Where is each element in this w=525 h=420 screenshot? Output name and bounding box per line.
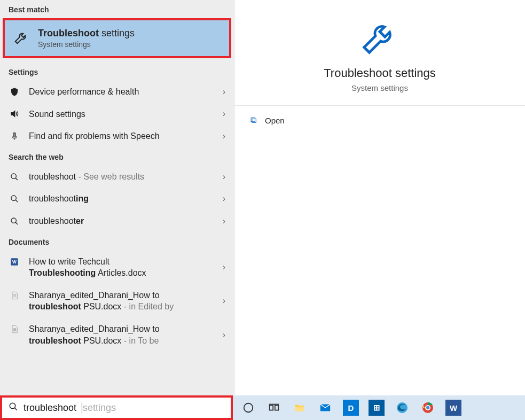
wrench-icon (13, 29, 29, 48)
web-result-0[interactable]: troubleshoot - See web results › (0, 166, 234, 188)
web-result-label: troubleshoot - See web results (29, 171, 144, 183)
word-doc-icon: W (9, 257, 20, 267)
search-ghost-text: settings (82, 402, 116, 414)
section-web: Search the web (0, 147, 234, 166)
document-result-2[interactable]: Sharanya_edited_Dharani_How to troublesh… (0, 318, 234, 352)
svg-point-6 (10, 403, 15, 409)
edge-icon[interactable] (394, 400, 410, 416)
speaker-icon (9, 109, 20, 119)
open-label: Open (265, 116, 285, 125)
taskbar: D ⊞ W (233, 395, 525, 420)
chevron-right-icon: › (223, 330, 225, 340)
svg-rect-0 (13, 133, 16, 137)
web-result-label: troubleshooter (29, 215, 84, 227)
settings-item-sound[interactable]: Sound settings › (0, 103, 234, 126)
cortana-icon[interactable] (240, 400, 256, 416)
document-label: Sharanya_edited_Dharani_How to troublesh… (29, 323, 160, 346)
store-icon[interactable]: ⊞ (369, 400, 385, 416)
document-result-0[interactable]: W How to write Techcult Troubleshooting … (0, 251, 234, 284)
chevron-right-icon: › (223, 109, 225, 119)
svg-rect-10 (295, 407, 304, 411)
open-action[interactable]: ⧉ Open (234, 106, 525, 135)
preview-pane: Troubleshoot settings System settings ⧉ … (234, 0, 525, 395)
section-documents: Documents (0, 232, 234, 251)
file-icon (9, 324, 20, 334)
chevron-right-icon: › (223, 194, 225, 204)
dell-app-icon[interactable]: D (343, 400, 359, 416)
web-result-1[interactable]: troubleshooting › (0, 188, 234, 210)
document-label: How to write Techcult Troubleshooting Ar… (29, 256, 146, 279)
mail-icon[interactable] (317, 400, 333, 416)
search-icon (9, 402, 18, 414)
wrench-icon (359, 50, 401, 59)
chevron-right-icon: › (223, 87, 225, 97)
svg-point-3 (11, 218, 16, 223)
settings-item-speech[interactable]: Find and fix problems with Speech › (0, 125, 234, 147)
search-typed-text: troubleshoot (23, 402, 76, 414)
section-best-match: Best match (0, 0, 234, 18)
best-match-subtitle: System settings (38, 40, 135, 49)
svg-point-7 (244, 403, 253, 413)
word-app-icon[interactable]: W (445, 400, 461, 416)
microphone-icon (9, 131, 20, 141)
search-icon (9, 217, 20, 225)
chevron-right-icon: › (223, 216, 225, 226)
svg-point-2 (11, 196, 16, 200)
best-match-title: Troubleshoot settings (38, 28, 135, 39)
chevron-right-icon: › (223, 172, 225, 182)
svg-text:W: W (12, 260, 17, 265)
file-icon (9, 291, 20, 300)
search-icon (9, 173, 20, 181)
svg-rect-9 (275, 405, 278, 410)
search-icon (9, 195, 20, 203)
preview-title: Troubleshoot settings (245, 66, 514, 80)
open-external-icon: ⧉ (250, 115, 256, 125)
settings-item-device-performance[interactable]: Device performance & health › (0, 81, 234, 103)
search-input[interactable]: troubleshoot settings (0, 395, 233, 420)
web-result-label: troubleshooting (29, 193, 89, 205)
svg-rect-8 (270, 405, 273, 410)
chrome-icon[interactable] (420, 400, 436, 416)
document-result-1[interactable]: Sharanya_edited_Dharani_How to troublesh… (0, 284, 234, 318)
svg-point-1 (11, 174, 16, 178)
preview-subtitle: System settings (245, 83, 514, 92)
section-settings: Settings (0, 63, 234, 81)
chevron-right-icon: › (223, 262, 225, 272)
chevron-right-icon: › (223, 296, 225, 306)
task-view-icon[interactable] (266, 400, 282, 416)
web-result-2[interactable]: troubleshooter › (0, 210, 234, 232)
best-match-result[interactable]: Troubleshoot settings System settings (3, 18, 231, 58)
chevron-right-icon: › (223, 131, 225, 141)
results-column: Best match Troubleshoot settings System … (0, 0, 234, 395)
document-label: Sharanya_edited_Dharani_How to troublesh… (29, 290, 174, 313)
shield-icon (9, 87, 20, 97)
file-explorer-icon[interactable] (292, 400, 308, 416)
